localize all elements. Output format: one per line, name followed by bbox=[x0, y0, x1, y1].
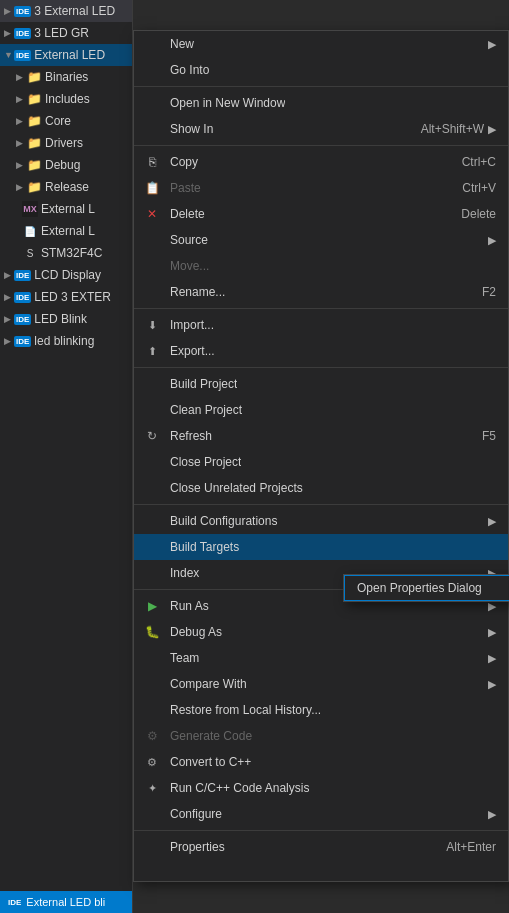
debug-icon: 🐛 bbox=[144, 624, 160, 640]
menu-item-move[interactable]: Move... bbox=[134, 253, 508, 279]
menu-item-open-properties-dialog[interactable]: Open Properties Dialog bbox=[344, 575, 509, 601]
menu-item-build-configurations[interactable]: Build Configurations ▶ bbox=[134, 508, 508, 534]
menu-label: Show In bbox=[170, 122, 213, 136]
menu-item-export[interactable]: ⬆ Export... bbox=[134, 338, 508, 364]
menu-label: Export... bbox=[170, 344, 215, 358]
menu-label: Paste bbox=[170, 181, 201, 195]
submenu-arrow-icon: ▶ bbox=[488, 234, 496, 247]
shortcut-label: Alt+Shift+W bbox=[401, 122, 484, 136]
menu-label: Close Unrelated Projects bbox=[170, 481, 303, 495]
sidebar-item-label: Drivers bbox=[45, 136, 83, 150]
menu-item-source[interactable]: Source ▶ bbox=[134, 227, 508, 253]
sidebar-item-release[interactable]: ▶ 📁 Release bbox=[0, 176, 132, 198]
menu-item-team[interactable]: Team ▶ bbox=[134, 645, 508, 671]
sidebar-item-includes[interactable]: ▶ 📁 Includes bbox=[0, 88, 132, 110]
collapse-arrow: ▶ bbox=[16, 72, 26, 82]
menu-item-import[interactable]: ⬇ Import... bbox=[134, 312, 508, 338]
menu-item-build-project[interactable]: Build Project bbox=[134, 371, 508, 397]
sidebar-item-label: Debug bbox=[45, 158, 80, 172]
sidebar-item-binaries[interactable]: ▶ 📁 Binaries bbox=[0, 66, 132, 88]
menu-item-go-into[interactable]: Go Into bbox=[134, 57, 508, 83]
submenu-arrow-icon: ▶ bbox=[488, 652, 496, 665]
convert-icon: ⚙ bbox=[144, 754, 160, 770]
menu-item-close-unrelated[interactable]: Close Unrelated Projects bbox=[134, 475, 508, 501]
sidebar-item-external-l-mx[interactable]: MX External L bbox=[0, 198, 132, 220]
sidebar-item-external-led[interactable]: ▼ IDE External LED bbox=[0, 44, 132, 66]
menu-label: Team bbox=[170, 651, 199, 665]
refresh-icon: ↻ bbox=[144, 428, 160, 444]
menu-label: Open Properties Dialog bbox=[357, 581, 482, 595]
menu-label: Restore from Local History... bbox=[170, 703, 321, 717]
sidebar-item-led-blinking[interactable]: ▶ IDE led blinking bbox=[0, 330, 132, 352]
collapse-arrow: ▶ bbox=[4, 292, 14, 302]
menu-item-refresh[interactable]: ↻ Refresh F5 bbox=[134, 423, 508, 449]
ide-badge: IDE bbox=[14, 336, 31, 347]
folder-icon: 📁 bbox=[26, 135, 42, 151]
menu-item-rename[interactable]: Rename... F2 bbox=[134, 279, 508, 305]
menu-item-configure[interactable]: Configure ▶ bbox=[134, 801, 508, 827]
sidebar-item-lcd-display[interactable]: ▶ IDE LCD Display bbox=[0, 264, 132, 286]
menu-label: Go Into bbox=[170, 63, 209, 77]
sidebar-item-drivers[interactable]: ▶ 📁 Drivers bbox=[0, 132, 132, 154]
menu-label: Refresh bbox=[170, 429, 212, 443]
collapse-arrow: ▶ bbox=[4, 314, 14, 324]
collapse-arrow: ▶ bbox=[16, 182, 26, 192]
submenu-arrow-icon: ▶ bbox=[488, 808, 496, 821]
menu-item-show-in[interactable]: Show In Alt+Shift+W ▶ bbox=[134, 116, 508, 142]
menu-label: Open in New Window bbox=[170, 96, 285, 110]
menu-item-restore-local-history[interactable]: Restore from Local History... bbox=[134, 697, 508, 723]
menu-label: Run C/C++ Code Analysis bbox=[170, 781, 309, 795]
menu-item-convert-cpp[interactable]: ⚙ Convert to C++ bbox=[134, 749, 508, 775]
menu-divider bbox=[134, 145, 508, 146]
gear-icon: ⚙ bbox=[144, 728, 160, 744]
menu-label: Index bbox=[170, 566, 199, 580]
submenu-arrow-icon: ▶ bbox=[488, 38, 496, 51]
menu-item-generate-code[interactable]: ⚙ Generate Code bbox=[134, 723, 508, 749]
shortcut-label: Ctrl+V bbox=[442, 181, 496, 195]
collapse-arrow: ▶ bbox=[4, 336, 14, 346]
import-icon: ⬇ bbox=[144, 317, 160, 333]
sidebar-item-label: 3 External LED bbox=[34, 4, 115, 18]
sidebar-item-label: LED Blink bbox=[34, 312, 87, 326]
submenu-build-targets: Open Properties Dialog bbox=[343, 574, 509, 602]
sidebar-item-debug[interactable]: ▶ 📁 Debug bbox=[0, 154, 132, 176]
sidebar-item-core[interactable]: ▶ 📁 Core bbox=[0, 110, 132, 132]
collapse-arrow: ▼ bbox=[4, 50, 14, 60]
menu-item-open-new-window[interactable]: Open in New Window bbox=[134, 90, 508, 116]
sidebar-item-external-l-file[interactable]: 📄 External L bbox=[0, 220, 132, 242]
sidebar-item-led3-exter[interactable]: ▶ IDE LED 3 EXTER bbox=[0, 286, 132, 308]
menu-item-copy[interactable]: ⎘ Copy Ctrl+C bbox=[134, 149, 508, 175]
collapse-arrow: ▶ bbox=[16, 94, 26, 104]
menu-item-debug-as[interactable]: 🐛 Debug As ▶ bbox=[134, 619, 508, 645]
menu-item-paste[interactable]: 📋 Paste Ctrl+V bbox=[134, 175, 508, 201]
sidebar-item-stm32[interactable]: S STM32F4C bbox=[0, 242, 132, 264]
menu-item-new[interactable]: New ▶ bbox=[134, 31, 508, 57]
menu-label: Build Targets bbox=[170, 540, 239, 554]
sidebar-item-3-led-gr[interactable]: ▶ IDE 3 LED GR bbox=[0, 22, 132, 44]
run-icon: ▶ bbox=[144, 598, 160, 614]
menu-item-build-targets[interactable]: Build Targets bbox=[134, 534, 508, 560]
menu-label: Compare With bbox=[170, 677, 247, 691]
menu-item-delete[interactable]: ✕ Delete Delete bbox=[134, 201, 508, 227]
file-icon: 📄 bbox=[22, 223, 38, 239]
sidebar-item-label: Includes bbox=[45, 92, 90, 106]
analysis-icon: ✦ bbox=[144, 780, 160, 796]
menu-item-properties[interactable]: Properties Alt+Enter bbox=[134, 834, 508, 860]
sidebar-item-led-blink[interactable]: ▶ IDE LED Blink bbox=[0, 308, 132, 330]
menu-item-run-analysis[interactable]: ✦ Run C/C++ Code Analysis bbox=[134, 775, 508, 801]
sidebar-item-3-external-led[interactable]: ▶ IDE 3 External LED bbox=[0, 0, 132, 22]
shortcut-label: F2 bbox=[462, 285, 496, 299]
menu-divider bbox=[134, 830, 508, 831]
menu-item-close-project[interactable]: Close Project bbox=[134, 449, 508, 475]
menu-item-compare-with[interactable]: Compare With ▶ bbox=[134, 671, 508, 697]
menu-label: Rename... bbox=[170, 285, 225, 299]
ide-badge: IDE bbox=[14, 270, 31, 281]
menu-divider bbox=[134, 308, 508, 309]
menu-label: Copy bbox=[170, 155, 198, 169]
menu-divider bbox=[134, 86, 508, 87]
menu-item-clean-project[interactable]: Clean Project bbox=[134, 397, 508, 423]
shortcut-label: F5 bbox=[462, 429, 496, 443]
sidebar: ▶ IDE 3 External LED ▶ IDE 3 LED GR ▼ ID… bbox=[0, 0, 133, 913]
menu-label: Properties bbox=[170, 840, 225, 854]
file-icon: S bbox=[22, 245, 38, 261]
